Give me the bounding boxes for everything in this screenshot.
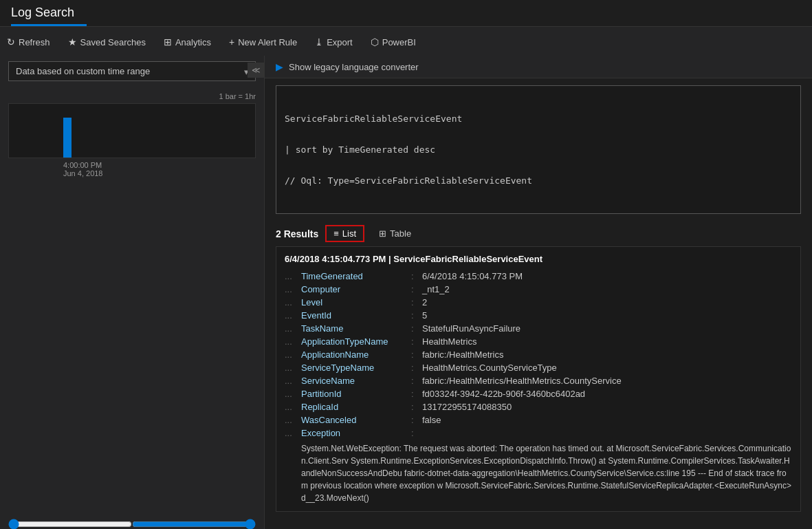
export-button[interactable]: ⤓ Export [308, 34, 360, 50]
field-val-taskname: StatefulRunAsyncFailure [422, 323, 792, 334]
table-icon: ⊞ [379, 228, 386, 239]
title-underline [11, 24, 87, 26]
list-item: ... WasCanceled : false [285, 413, 792, 427]
field-key-exception: Exception [301, 428, 411, 438]
star-icon: ★ [68, 36, 77, 47]
toolbar: ↻ Refresh ★ Saved Searches ⊞ Analytics +… [0, 27, 812, 56]
legacy-language-toggle[interactable]: Show legacy language converter [289, 62, 419, 72]
list-item: ... ServiceTypeName : HealthMetrics.Coun… [285, 361, 792, 374]
expand-icon[interactable]: ... [285, 284, 301, 294]
export-icon: ⤓ [315, 36, 323, 47]
main-layout: ≪ Data based on custom time rangeLast ho… [0, 56, 812, 529]
refresh-button[interactable]: ↻ Refresh [0, 34, 57, 50]
field-val-partitionid: fd03324f-3942-422b-906f-3460bc6402ad [422, 389, 792, 399]
field-val-appname: fabric:/HealthMetrics [422, 349, 792, 360]
expand-icon[interactable]: ... [285, 363, 301, 373]
chart-scale-label: 1 bar = 1hr [8, 92, 256, 100]
field-key-taskname: TaskName [301, 323, 411, 334]
expand-icon[interactable]: ... [285, 402, 301, 412]
list-item: ... Exception : [285, 427, 792, 440]
collapse-sidebar-button[interactable]: ≪ [248, 63, 265, 78]
field-key-computer: Computer [301, 284, 411, 294]
list-icon: ≡ [333, 228, 339, 239]
field-val-servicetypename: HealthMetrics.CountyServiceType [422, 363, 792, 373]
query-line-2: | sort by TimeGenerated desc [285, 144, 792, 155]
field-key-eventid: EventId [301, 310, 411, 321]
field-key-wascanceled: WasCanceled [301, 415, 411, 425]
list-item: ... ApplicationName : fabric:/HealthMetr… [285, 348, 792, 361]
list-item: ... ApplicationTypeName : HealthMetrics [285, 335, 792, 348]
chart-area: 1 bar = 1hr 4:00:00 PM Jun 4, 2018 [0, 87, 264, 512]
new-alert-button[interactable]: + New Alert Rule [222, 34, 304, 50]
chart-bar [63, 118, 72, 158]
list-item: ... EventId : 5 [285, 309, 792, 322]
powerbi-button[interactable]: ⬡ PowerBI [364, 34, 423, 50]
list-item: ... Level : 2 [285, 296, 792, 309]
field-key-apptypename: ApplicationTypeName [301, 336, 411, 347]
field-key-servicetypename: ServiceTypeName [301, 363, 411, 373]
list-item: ... ReplicaId : 131722955174088350 [285, 400, 792, 413]
right-content: ▶ Show legacy language converter Service… [265, 56, 812, 529]
expand-icon[interactable]: ... [285, 428, 301, 438]
expand-icon[interactable]: ... [285, 323, 301, 334]
expand-icon[interactable]: ... [285, 297, 301, 307]
legacy-bar: ▶ Show legacy language converter [265, 56, 812, 78]
chart-x-label: 4:00:00 PM [8, 161, 256, 169]
time-slider [8, 519, 256, 529]
list-item: ... Computer : _nt1_2 [285, 283, 792, 296]
field-key-level: Level [301, 297, 411, 307]
analytics-button[interactable]: ⊞ Analytics [157, 34, 218, 50]
powerbi-icon: ⬡ [371, 36, 379, 47]
field-val-computer: _nt1_2 [422, 284, 792, 294]
time-range-slider-left[interactable] [8, 519, 132, 529]
query-line-3: // Oql: Type=ServiceFabricReliableServic… [285, 175, 792, 186]
plus-icon: + [229, 36, 234, 47]
left-sidebar: ≪ Data based on custom time rangeLast ho… [0, 56, 265, 529]
field-val-replicaid: 131722955174088350 [422, 402, 792, 412]
refresh-icon: ↻ [7, 36, 15, 47]
expand-icon[interactable]: ... [285, 415, 301, 425]
expand-icon[interactable]: ... [285, 336, 301, 347]
exception-text: System.Net.WebException: The request was… [285, 442, 792, 504]
field-val-level: 2 [422, 297, 792, 307]
expand-icon[interactable]: ... [285, 376, 301, 386]
expand-icon[interactable]: ... [285, 310, 301, 321]
list-item: ... TimeGenerated : 6/4/2018 4:15:04.773… [285, 270, 792, 283]
query-box[interactable]: ServiceFabricReliableServiceEvent | sort… [276, 85, 801, 214]
table-view-button[interactable]: ⊞ Table [371, 226, 419, 241]
expand-icon[interactable]: ... [285, 389, 301, 399]
legacy-icon: ▶ [276, 61, 283, 72]
chart-x-date: Jun 4, 2018 [8, 169, 256, 177]
list-view-button[interactable]: ≡ List [325, 225, 364, 242]
list-item: ... ServiceName : fabric:/HealthMetrics/… [285, 374, 792, 387]
query-line-1: ServiceFabricReliableServiceEvent [285, 114, 792, 124]
results-header: 2 Results ≡ List ⊞ Table [265, 221, 812, 246]
time-range-wrapper: Data based on custom time rangeLast hour… [8, 61, 256, 81]
time-range-slider-right[interactable] [132, 519, 256, 529]
page-title: Log Search [11, 6, 801, 24]
saved-searches-button[interactable]: ★ Saved Searches [61, 34, 153, 50]
list-item: ... TaskName : StatefulRunAsyncFailure [285, 322, 792, 335]
field-key-servicename: ServiceName [301, 376, 411, 386]
field-val-eventid: 5 [422, 310, 792, 321]
field-val-apptypename: HealthMetrics [422, 336, 792, 347]
table-row: 6/4/2018 4:15:04.773 PM | ServiceFabricR… [276, 246, 801, 512]
field-val-wascanceled: false [422, 415, 792, 425]
expand-icon[interactable]: ... [285, 271, 301, 281]
header: Log Search [0, 0, 812, 27]
results-count: 2 Results [276, 228, 318, 239]
field-val-timegenerated: 6/4/2018 4:15:04.773 PM [422, 271, 792, 281]
result-title: 6/4/2018 4:15:04.773 PM | ServiceFabricR… [285, 254, 792, 264]
field-key-timegenerated: TimeGenerated [301, 271, 411, 281]
time-range-select[interactable]: Data based on custom time rangeLast hour… [8, 61, 256, 81]
field-key-replicaid: ReplicaId [301, 402, 411, 412]
expand-icon[interactable]: ... [285, 349, 301, 360]
chart-container [8, 103, 256, 158]
grid-icon: ⊞ [164, 36, 172, 47]
field-val-servicename: fabric:/HealthMetrics/HealthMetrics.Coun… [422, 376, 792, 386]
field-key-partitionid: PartitionId [301, 389, 411, 399]
list-item: ... PartitionId : fd03324f-3942-422b-906… [285, 387, 792, 400]
results-list: 6/4/2018 4:15:04.773 PM | ServiceFabricR… [265, 246, 812, 529]
field-key-appname: ApplicationName [301, 349, 411, 360]
